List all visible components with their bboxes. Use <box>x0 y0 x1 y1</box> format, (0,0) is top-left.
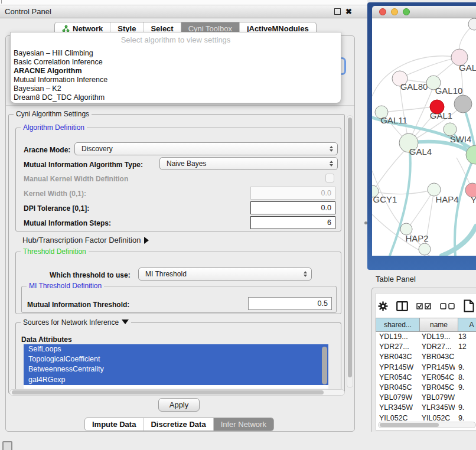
settings-vertical-scrollbar[interactable] <box>347 115 353 388</box>
algorithm-dropdown-popup: Select algorithm to view settings Bayesi… <box>10 32 341 103</box>
kernel-width-label: Kernel Width (0,1): <box>24 190 86 198</box>
page-icon[interactable] <box>464 299 474 312</box>
network-node-label: GAL <box>459 63 476 73</box>
network-node-label: GAL1 <box>430 110 452 120</box>
network-node-label: GAL80 <box>400 81 428 92</box>
algorithm-option[interactable]: Bayesian – K2 <box>14 84 338 93</box>
aracne-mode-label: Aracne Mode: <box>24 146 70 154</box>
attribute-item[interactable]: TopologicalCoefficient <box>24 354 328 364</box>
attribute-item[interactable]: BetweennessCentrality <box>24 364 328 374</box>
network-canvas-svg: GALGAL80GAL10GAL1GAL11SWI4GAL4GCY1HAP4YH… <box>372 18 476 256</box>
tab-discretize-data[interactable]: Discretize Data <box>144 418 213 431</box>
network-node-label: SWI4 <box>450 134 472 144</box>
mac-minimize-button[interactable] <box>391 8 398 15</box>
tab-infer-network[interactable]: Infer Network <box>214 418 273 431</box>
table-cell: 13 <box>455 332 476 342</box>
stepper-arrows-icon <box>304 271 307 277</box>
checked-boxes-icon[interactable] <box>416 303 432 309</box>
expanded-arrow-icon[interactable] <box>122 319 129 324</box>
table-cell: YER054C <box>376 373 418 383</box>
table-panel-title: Table Panel <box>376 275 416 283</box>
splitter-handle[interactable] <box>364 221 367 224</box>
cyni-algorithm-settings-title: Cyni Algorithm Settings <box>14 110 92 118</box>
sources-title[interactable]: Sources for Network Inference <box>21 318 131 327</box>
table-cell: 12 <box>455 342 476 352</box>
algorithm-option[interactable]: Mutual Information Inference <box>14 76 338 84</box>
table-cell: YDL19... <box>418 332 455 342</box>
which-threshold-select[interactable]: MI Threshold <box>138 268 312 281</box>
manual-kernel-width-checkbox[interactable] <box>325 174 334 182</box>
mi-threshold-label: Mutual Information Threshold: <box>27 301 129 309</box>
threshold-definition-title: Threshold Definition <box>21 247 89 256</box>
unchecked-boxes-icon[interactable] <box>440 303 455 309</box>
control-panel-titlebar: Control Panel ✖ <box>0 5 367 18</box>
mi-steps-field[interactable]: 6 <box>250 216 335 229</box>
algorithm-option[interactable]: Bayesian – Hill Climbing <box>14 49 338 58</box>
algorithm-option[interactable]: ARACNE Algorithm <box>14 67 338 76</box>
settings-horizontal-scrollbar[interactable] <box>9 389 345 396</box>
data-attributes-list[interactable]: SelfLoopsTopologicalCoefficientBetweenne… <box>24 344 328 389</box>
cyni-bottom-tabs: Impute Data Discretize Data Infer Networ… <box>84 418 274 431</box>
collapsed-arrow-icon[interactable] <box>144 237 149 244</box>
which-threshold-label: Which threshold to use: <box>50 271 131 279</box>
network-node-label: HAP2 <box>405 233 428 243</box>
table-cell: YDR27... <box>418 342 455 352</box>
attributes-scrollbar[interactable] <box>322 347 327 384</box>
table-row[interactable]: YER054CYER054C8. <box>376 373 476 383</box>
table-cell: YER054C <box>418 373 455 383</box>
top-tick <box>1 0 2 4</box>
table-row[interactable]: YBL079WYBL079W <box>376 393 476 403</box>
mi-algorithm-type-select[interactable]: Naive Bayes <box>159 157 338 170</box>
table-row[interactable]: YBR045CYBR045C9. <box>376 383 476 393</box>
network-node-label: GAL11 <box>380 115 407 125</box>
aracne-mode-select[interactable]: Discovery <box>74 142 338 155</box>
table-cell: 9. <box>455 413 476 421</box>
dpi-tolerance-label: DPI Tolerance [0,1]: <box>24 204 89 213</box>
algorithm-option[interactable]: Basic Correlation Inference <box>14 58 338 67</box>
column-header-name[interactable]: name <box>420 318 458 332</box>
table-row[interactable]: YBR043CYBR043C <box>376 352 476 362</box>
tab-impute-data[interactable]: Impute Data <box>85 418 144 431</box>
mac-zoom-button[interactable] <box>403 8 410 15</box>
table-cell: 8. <box>455 373 476 383</box>
apply-button[interactable]: Apply <box>158 398 200 412</box>
split-columns-icon[interactable] <box>396 301 408 311</box>
network-node[interactable] <box>466 145 476 164</box>
attribute-item[interactable]: SelfLoops <box>24 344 328 354</box>
table-cell <box>455 393 476 403</box>
close-icon[interactable]: ✖ <box>345 7 352 16</box>
network-node-label: GAL4 <box>409 146 432 156</box>
manual-kernel-width-label: Manual Kernel Width Definition <box>24 175 128 183</box>
control-panel-title: Control Panel <box>5 7 51 16</box>
table-row[interactable]: YLR345WYLR345W9. <box>376 403 476 413</box>
table-cell: YLR345W <box>376 403 418 413</box>
mi-steps-label: Mutual Information Steps: <box>24 219 111 227</box>
data-attributes-label: Data Attributes <box>21 335 72 344</box>
column-header-partial[interactable]: A <box>458 318 476 332</box>
table-row[interactable]: YPR145WYPR145W9. <box>376 363 476 373</box>
network-canvas[interactable]: GALGAL80GAL10GAL1GAL11SWI4GAL4GCY1HAP4YH… <box>372 18 476 256</box>
network-node[interactable] <box>454 95 472 113</box>
network-window-titlebar[interactable] <box>372 6 476 18</box>
table-row[interactable]: YDR27...YDR27...12 <box>376 342 476 352</box>
hub-definition-toggle[interactable]: Hub/Transcription Factor Definition <box>22 236 149 244</box>
column-header-shared-name[interactable]: shared... <box>376 318 420 332</box>
network-node[interactable] <box>419 243 431 255</box>
table-cell: YBL079W <box>376 393 418 403</box>
mac-close-button[interactable] <box>379 8 386 15</box>
table-horizontal-scrollbar[interactable] <box>378 422 476 428</box>
table-row[interactable]: YIL052CYIL052C9. <box>376 413 476 421</box>
table-cell: YBL079W <box>418 393 455 403</box>
table-cell: 9. <box>455 363 476 373</box>
table-row[interactable]: YDL19...YDL19...13 <box>376 332 476 342</box>
stepper-arrows-icon <box>330 146 333 152</box>
attribute-item[interactable]: gal4RGexp <box>24 375 328 385</box>
gear-icon[interactable] <box>378 301 388 311</box>
dock-icon[interactable] <box>2 441 12 450</box>
kernel-width-field[interactable]: 0.0 <box>250 187 335 200</box>
algorithm-option[interactable]: Dream8 DC_TDC Algorithm <box>14 93 338 102</box>
float-window-icon[interactable] <box>334 8 341 15</box>
table-cell: YPR145W <box>376 363 418 373</box>
dpi-tolerance-field[interactable]: 0.0 <box>250 201 335 214</box>
mi-threshold-field[interactable]: 0.5 <box>248 297 332 310</box>
